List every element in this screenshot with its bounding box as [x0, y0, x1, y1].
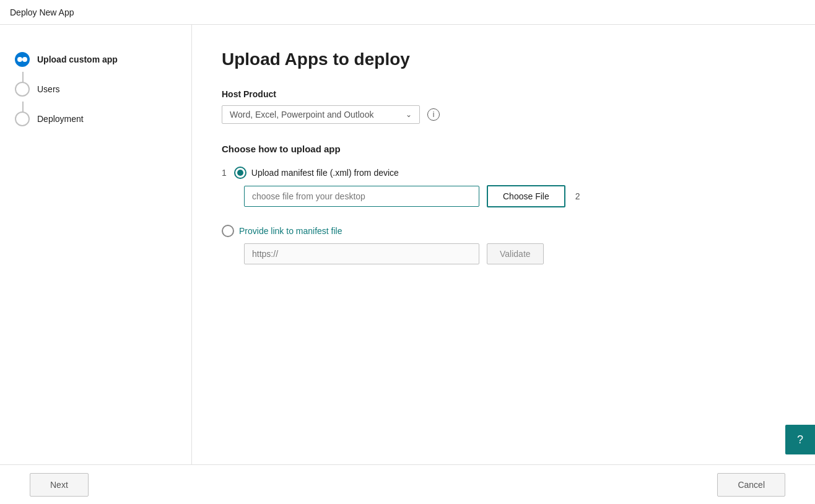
step-label-users: Users [37, 84, 60, 94]
link-input-row: Validate [244, 243, 785, 264]
radio-manifest[interactable] [234, 167, 246, 179]
upload-section-title: Choose how to upload app [222, 144, 785, 154]
step-users[interactable]: Users [15, 74, 177, 104]
step-upload-custom-app[interactable]: Upload custom app [15, 45, 177, 74]
host-product-section: Host Product Word, Excel, Powerpoint and… [222, 89, 785, 124]
step-circle-1 [15, 52, 30, 67]
upload-option-link: Provide link to manifest file Validate [222, 225, 785, 264]
step-number-1: 1 [222, 168, 227, 178]
cancel-button[interactable]: Cancel [717, 473, 785, 497]
step-deployment[interactable]: Deployment [15, 104, 177, 134]
step-label-deployment: Deployment [37, 114, 84, 124]
validate-button[interactable]: Validate [487, 243, 544, 264]
page-title: Upload Apps to deploy [222, 50, 785, 69]
content-area: Upload Apps to deploy Host Product Word,… [192, 25, 815, 464]
step-circle-3 [15, 111, 30, 126]
top-bar-title: Deploy New App [10, 7, 74, 17]
step-number-2: 2 [575, 191, 580, 201]
host-product-row: Word, Excel, Powerpoint and Outlook ⌄ i [222, 105, 785, 124]
step-circle-2 [15, 82, 30, 97]
upload-option-manifest: 1 Upload manifest file (.xml) from devic… [222, 167, 785, 207]
link-input[interactable] [244, 243, 479, 264]
host-product-value: Word, Excel, Powerpoint and Outlook [230, 110, 373, 119]
radio-row-link: Provide link to manifest file [222, 225, 785, 237]
radio-manifest-label: Upload manifest file (.xml) from device [251, 168, 399, 178]
radio-link-label: Provide link to manifest file [239, 226, 342, 236]
host-product-dropdown[interactable]: Word, Excel, Powerpoint and Outlook ⌄ [222, 105, 420, 124]
radio-link[interactable] [222, 225, 234, 237]
step-label-upload-custom-app: Upload custom app [37, 54, 118, 64]
chevron-down-icon: ⌄ [406, 110, 412, 119]
footer: Next Cancel [0, 464, 815, 504]
host-product-label: Host Product [222, 89, 785, 99]
help-icon: ? [797, 433, 803, 446]
upload-section: Choose how to upload app 1 Upload manife… [222, 144, 785, 264]
main-layout: Upload custom app Users Deployment Uploa… [0, 25, 815, 464]
info-icon[interactable]: i [427, 108, 440, 121]
top-bar: Deploy New App [0, 0, 815, 25]
help-button[interactable]: ? [785, 425, 815, 454]
next-button[interactable]: Next [30, 473, 89, 497]
choose-file-button[interactable]: Choose File [487, 185, 565, 207]
file-input[interactable] [244, 186, 479, 207]
radio-row-manifest: 1 Upload manifest file (.xml) from devic… [222, 167, 785, 179]
file-input-row: Choose File 2 [244, 185, 785, 207]
sidebar: Upload custom app Users Deployment [0, 25, 192, 464]
